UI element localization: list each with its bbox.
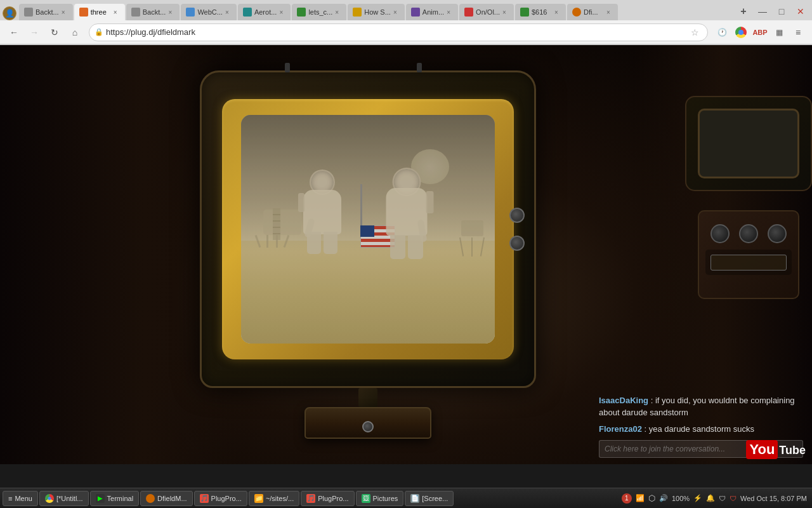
- tab-back2[interactable]: Backt... ×: [126, 4, 180, 20]
- leg-right-2: [408, 235, 423, 259]
- bookmark-star-icon[interactable]: ☆: [687, 25, 702, 40]
- tab-favicon: [464, 8, 473, 17]
- pictures-icon: 🖼: [362, 494, 370, 503]
- profile-avatar[interactable]: 👤: [3, 6, 16, 20]
- menu-icon: ≡: [8, 495, 12, 502]
- tab-favicon: [186, 8, 195, 17]
- tab-close-button[interactable]: ×: [444, 8, 453, 17]
- tab-dfi[interactable]: Dfi... ×: [567, 4, 618, 20]
- taskbar-item-pictures[interactable]: 🖼 Pictures: [356, 491, 404, 506]
- new-tab-button[interactable]: +: [735, 3, 752, 20]
- suit-left: [303, 190, 341, 234]
- minimize-button[interactable]: —: [754, 3, 771, 20]
- close-window-button[interactable]: ✕: [792, 3, 809, 20]
- tab-anim[interactable]: Anim... ×: [406, 4, 458, 20]
- chat-username-2: Florenza02: [599, 424, 642, 434]
- tab-close-button[interactable]: ×: [277, 8, 285, 17]
- backpack-left: [298, 193, 304, 212]
- brightness-indicator: 100%: [672, 495, 690, 502]
- tab-close-button[interactable]: ×: [111, 8, 120, 17]
- browser-menu-button[interactable]: ≡: [789, 23, 807, 41]
- lander-leg-1: [255, 235, 261, 248]
- tab-label: lets_c...: [308, 8, 332, 16]
- tab-hows[interactable]: How S... ×: [348, 4, 405, 20]
- tab-webc[interactable]: WebC... ×: [181, 4, 237, 20]
- tab-close-button[interactable]: ×: [166, 8, 174, 17]
- ladder-rung: [273, 233, 280, 234]
- tab-close-button[interactable]: ×: [59, 8, 68, 17]
- terminal-icon: ▶: [96, 494, 105, 503]
- taskbar-item-plugpro2[interactable]: 🎵 PlugPro...: [301, 491, 354, 506]
- tv-bezel: [222, 99, 514, 359]
- toolbar-icons: 🕐 ABP ▦ ≡: [713, 23, 807, 41]
- taskbar-menu-button[interactable]: ≡ Menu: [3, 491, 38, 506]
- taskbar-item-label: PlugPro...: [318, 495, 348, 502]
- address-input[interactable]: [106, 27, 687, 37]
- antivirus-icon: 🛡: [730, 495, 737, 502]
- tab-close-button[interactable]: ×: [223, 8, 232, 17]
- chat-text-2: : yea darude sandstorm sucks: [645, 424, 754, 434]
- tv-knob-2: [509, 236, 525, 251]
- taskbar-item-label: [*Untitl...: [56, 495, 83, 502]
- home-button[interactable]: ⌂: [66, 23, 84, 41]
- tab-letsc[interactable]: lets_c... ×: [292, 4, 346, 20]
- lander-leg-2: [266, 235, 268, 248]
- tv-body: [200, 70, 536, 388]
- plug-icon-1: 🎵: [200, 494, 209, 503]
- youtube-logo: YouTube: [746, 440, 806, 459]
- bell-icon[interactable]: 🔔: [706, 494, 715, 502]
- chat-message-2: Florenza02 : yea darude sandstorm sucks: [599, 424, 803, 435]
- screen-equipment: [459, 220, 485, 257]
- tab-onol[interactable]: On/Ol... ×: [459, 4, 514, 20]
- taskbar-item-chrome[interactable]: [*Untitl...: [39, 491, 89, 506]
- address-bar[interactable]: 🔒 ☆: [89, 23, 708, 41]
- extra-toolbar-button[interactable]: ▦: [770, 23, 788, 41]
- stand-neck: [358, 388, 377, 407]
- power-icon: ⚡: [693, 494, 702, 502]
- back-button[interactable]: ←: [5, 23, 23, 41]
- stand-base: [304, 407, 431, 439]
- taskbar-item-terminal[interactable]: ▶ Terminal: [90, 491, 140, 506]
- taskbar-item-label: ~/sites/...: [266, 495, 294, 502]
- tab-616[interactable]: $616 ×: [515, 4, 566, 20]
- tv-antenna-base: [285, 63, 422, 72]
- forward-button[interactable]: →: [25, 23, 43, 41]
- antenna-left: [285, 63, 290, 72]
- tab-bar: 👤 Backt... × three × Backt... × WebC... …: [0, 0, 812, 20]
- reload-button[interactable]: ↻: [46, 23, 63, 41]
- tab-favicon: [411, 8, 420, 17]
- tab-close-button[interactable]: ×: [604, 8, 613, 17]
- tab-label: three: [91, 8, 107, 16]
- volume-icon[interactable]: 🔊: [659, 494, 668, 502]
- chat-username-1: IsaacDaKing: [599, 396, 648, 405]
- taskbar-item-label: [Scree...: [422, 495, 448, 502]
- right-equipment-panel: [698, 210, 799, 299]
- chrome-settings-button[interactable]: [732, 23, 750, 41]
- tab-three[interactable]: three ×: [74, 4, 125, 20]
- taskbar: ≡ Menu [*Untitl... ▶ Terminal DfieldM...…: [0, 488, 812, 508]
- taskbar-item-dfield[interactable]: DfieldM...: [140, 491, 192, 506]
- tab-close-button[interactable]: ×: [391, 8, 400, 17]
- tripod-leg: [471, 237, 473, 257]
- flag-canton: [360, 225, 374, 237]
- suit-right: [386, 188, 428, 236]
- history-button[interactable]: 🕐: [713, 23, 731, 41]
- adblock-button[interactable]: ABP: [751, 23, 769, 41]
- antenna-right: [417, 63, 422, 72]
- folder-icon: 📁: [254, 494, 263, 503]
- menu-label: Menu: [15, 495, 32, 502]
- maximize-button[interactable]: □: [773, 3, 790, 20]
- taskbar-item-sites[interactable]: 📁 ~/sites/...: [249, 491, 299, 506]
- screen-icon: 📄: [410, 494, 419, 503]
- browser-profile[interactable]: 👤: [3, 6, 16, 20]
- taskbar-item-plugpro1[interactable]: 🎵 PlugPro...: [194, 491, 247, 506]
- notification-count[interactable]: 1: [622, 493, 632, 504]
- tab-back1[interactable]: Backt... ×: [19, 4, 73, 20]
- equipment-knobs: [699, 211, 798, 250]
- taskbar-item-screen[interactable]: 📄 [Scree...: [405, 491, 454, 506]
- tab-close-button[interactable]: ×: [332, 8, 341, 17]
- tab-close-button[interactable]: ×: [500, 8, 509, 17]
- taskbar-item-label: Pictures: [373, 495, 398, 502]
- tab-aerot[interactable]: Aerot... ×: [238, 4, 291, 20]
- tab-close-button[interactable]: ×: [552, 8, 561, 17]
